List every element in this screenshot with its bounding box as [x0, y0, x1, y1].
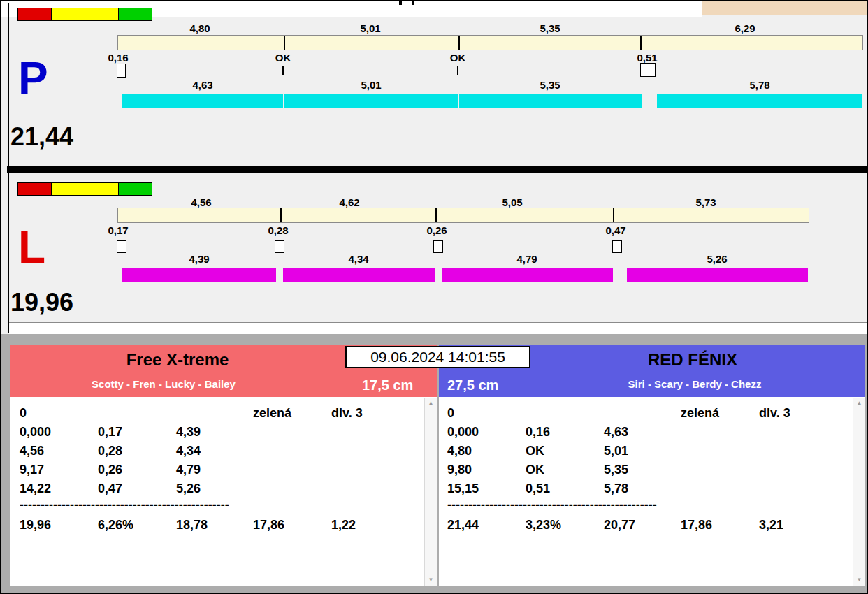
right-team-jump-height: 27,5 cm	[447, 377, 498, 393]
lane-p-total-time: 21,44	[10, 122, 73, 152]
traffic-light-l	[17, 182, 152, 196]
left-table-scrollbar[interactable]: ▲ ▼	[424, 398, 437, 586]
lane-p-run-bar-4	[657, 94, 862, 108]
scale-divider-tick	[458, 36, 460, 50]
traffic-yellow-light-2	[85, 183, 118, 195]
lane-p-segment-label-1: 4,63	[192, 79, 212, 91]
left-total-time: 19,96	[20, 518, 51, 533]
lane-divider-bar	[7, 166, 867, 173]
scroll-up-arrow[interactable]: ▲	[853, 400, 865, 407]
right-table-scrollbar[interactable]: ▲ ▼	[853, 398, 865, 586]
left-summary-value-1: 18,78	[176, 518, 208, 533]
table-cell: 4,63	[604, 425, 628, 440]
table-cell: 0,17	[98, 425, 122, 440]
strip-mark-1	[399, 1, 402, 5]
mark-checkbox	[433, 240, 443, 253]
panel-bottom-line	[8, 319, 867, 319]
table-cell: 5,26	[176, 481, 201, 496]
table-cell: 0,26	[98, 463, 122, 477]
scale-divider-tick	[640, 36, 642, 50]
table-cell: 4,56	[20, 444, 44, 458]
ok-tick-mark	[457, 66, 458, 75]
lane-l-segment-label-3: 4,79	[516, 253, 537, 265]
table-cell: 0,51	[526, 481, 550, 496]
table-cell: 0,000	[447, 425, 479, 440]
strip-mark-2	[412, 1, 414, 5]
lane-p-scale-label-2: 5,01	[360, 22, 380, 34]
table-cell: 0,47	[98, 481, 122, 496]
mark-checkbox	[117, 240, 126, 253]
scale-divider-tick	[435, 208, 437, 222]
table-cell: 0,16	[526, 425, 550, 440]
lane-l-scale-label-4: 5,73	[695, 196, 716, 208]
lane-l-scale-label-2: 4,62	[339, 196, 359, 208]
lane-l-letter: L	[18, 225, 45, 270]
left-penalties: 0	[20, 406, 27, 421]
lane-p-scale-label-4: 6,29	[735, 22, 755, 34]
table-cell: 4,39	[176, 425, 201, 440]
right-summary-value-1: 20,77	[604, 518, 635, 533]
lane-p-run-bar-3	[459, 94, 642, 108]
right-percent: 3,23%	[526, 518, 561, 533]
mark-checkbox	[612, 240, 622, 253]
ok-tick-mark	[282, 66, 284, 75]
traffic-green-light	[119, 183, 152, 195]
table-cell: 5,35	[604, 463, 628, 477]
table-cell: OK	[526, 463, 544, 477]
lane-l-segment-label-4: 5,26	[707, 253, 727, 265]
lane-l-run-bar-1	[122, 268, 276, 282]
lane-l-run-bar-2	[283, 268, 435, 282]
left-team-jump-height: 17,5 cm	[362, 377, 413, 393]
scroll-down-arrow[interactable]: ▼	[425, 577, 437, 584]
lane-l-mark-label-3: 0,26	[426, 224, 447, 236]
scale-divider-tick	[280, 208, 282, 222]
right-team-dogs: Siri - Scary - Berdy - Chezz	[524, 378, 865, 390]
scale-divider-tick	[284, 36, 285, 50]
traffic-light-p	[17, 8, 152, 21]
table-cell: 9,17	[20, 463, 44, 477]
table-cell: 0,000	[20, 425, 51, 440]
table-cell: 4,34	[176, 444, 201, 458]
lane-p-run-bar-1	[122, 94, 283, 108]
right-summary-value-2: 17,86	[681, 518, 712, 533]
table-cell: 15,15	[447, 481, 479, 496]
left-percent: 6,26%	[98, 518, 133, 533]
mark-checkbox	[117, 64, 126, 78]
left-results-table	[10, 397, 437, 586]
right-color-label: zelená	[681, 406, 719, 421]
lane-l-scale-bar	[117, 208, 809, 223]
table-cell: 5,78	[604, 481, 628, 496]
lane-p-segment-label-4: 5,78	[749, 79, 769, 91]
lane-p-segment-label-2: 5,01	[361, 79, 381, 91]
table-cell: 14,22	[20, 481, 51, 496]
status-strip	[9, 322, 867, 334]
scroll-down-arrow[interactable]: ▼	[853, 577, 865, 584]
left-team-dogs: Scotty - Fren - Lucky - Bailey	[10, 378, 317, 390]
left-division: div. 3	[331, 406, 363, 421]
datetime-display: 09.06.2024 14:01:55	[345, 346, 530, 368]
table-divider: ----------------------------------------…	[20, 498, 229, 512]
table-divider: ----------------------------------------…	[447, 498, 657, 512]
table-cell: 4,80	[447, 444, 472, 458]
lane-l-run-bar-3	[442, 268, 613, 282]
right-team-name: RED FÉNIX	[528, 350, 857, 370]
lane-p-mark-label-4: 0,51	[637, 52, 657, 64]
table-cell: 0,28	[98, 444, 122, 458]
table-cell: OK	[526, 444, 544, 458]
lane-p-letter: P	[18, 56, 48, 101]
lane-p-run-bar-2	[284, 94, 458, 108]
lane-p-mark-label-3: OK	[450, 52, 466, 64]
lane-p-scale-label-1: 4,80	[189, 22, 210, 34]
lane-l-total-time: 19,96	[10, 288, 73, 317]
right-results-table	[439, 397, 865, 586]
traffic-green-light	[119, 8, 152, 20]
lane-l-run-bar-4	[627, 268, 808, 282]
right-division: div. 3	[759, 406, 790, 421]
left-summary-value-3: 1,22	[331, 518, 356, 533]
table-cell: 4,79	[176, 463, 201, 477]
right-summary-value-3: 3,21	[759, 518, 783, 533]
lane-l-segment-label-1: 4,39	[189, 253, 209, 265]
scroll-up-arrow[interactable]: ▲	[425, 400, 437, 407]
lane-l-segment-label-2: 4,34	[348, 253, 368, 265]
traffic-red-light	[18, 8, 51, 20]
